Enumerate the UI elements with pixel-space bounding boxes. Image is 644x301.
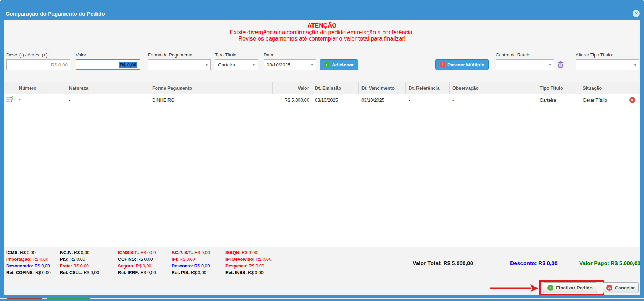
chevron-down-icon: ▾ <box>549 62 551 67</box>
alterar-tipo-titulo-select[interactable]: ▾ <box>576 59 639 70</box>
valor-input[interactable]: R$ 0,00 <box>76 59 140 70</box>
row-observacao-link[interactable]: - <box>452 97 454 103</box>
tipo-titulo-label: Tipo Título: <box>215 52 237 58</box>
dialog-border-bottom <box>0 295 644 298</box>
plus-icon: + <box>324 62 329 67</box>
row-forma-pagamento-link[interactable]: DINHEIRO <box>152 97 175 103</box>
cancel-circle-icon: ✕ <box>606 285 612 291</box>
cancelar-label: Cancelar <box>615 285 635 290</box>
chevron-down-icon: ▾ <box>253 62 255 67</box>
alert-calendar-icon: ! <box>440 62 445 67</box>
data-value: 03/10/2025 <box>267 62 291 67</box>
header-valor: Valor <box>273 82 312 94</box>
row-natureza-link[interactable]: - <box>69 97 70 103</box>
data-label: Data: <box>264 52 274 58</box>
header-dt-referencia: Dt. Referência <box>406 82 450 94</box>
row-actions-cell[interactable] <box>4 94 16 106</box>
tax-fcp-st: F.C.P. S.T.: R$ 0,00 <box>172 249 225 256</box>
header-dt-vencimento: Dt. Vencimento <box>359 82 406 94</box>
chevron-down-icon: ▾ <box>205 62 208 67</box>
desc-acres-input[interactable]: R$ 0,00 <box>6 59 70 70</box>
warning-line-1: Existe divergência na confirmação do ped… <box>4 29 640 35</box>
tax-desonerado: Desonerado: R$ 0,00 <box>6 263 60 270</box>
header-tipo-titulo: Tipo Titulo <box>537 82 580 94</box>
row-tipo-titulo-link[interactable]: Carteira <box>540 97 556 103</box>
table-row: * - DINHEIRO R$ 5.000,00 03/10/2025 03/1… <box>4 94 640 106</box>
cancelar-button[interactable]: ✕ Cancelar <box>603 282 639 293</box>
adicionar-label: Adicionar <box>332 62 354 67</box>
row-valor-link[interactable]: R$ 5.000,00 <box>284 97 309 103</box>
tax-summary: ICMS: R$ 0,00 Importação: R$ 0,00 Desone… <box>6 249 306 276</box>
dialog-title: Comparação do Pagamento do Pedido <box>6 11 105 17</box>
centro-rateio-label: Centro de Rateio: <box>496 52 532 58</box>
header-forma-pagamento: Forma Pagamento <box>149 82 273 94</box>
warning-title: ATENÇÃO <box>4 23 640 29</box>
parecer-multiplo-label: Parecer Múltiplo <box>447 62 484 67</box>
data-select[interactable]: 03/10/2025 ▾ <box>264 59 316 70</box>
annotation-arrow <box>489 284 539 294</box>
header-situacao: Situação <box>580 82 626 94</box>
tax-pis: PIS: R$ 0,00 <box>60 256 118 263</box>
finalizar-pedido-label: Finalizar Pedido <box>556 285 593 290</box>
tax-icms: ICMS: R$ 0,00 <box>6 249 60 256</box>
close-icon[interactable]: ✕ <box>633 10 640 17</box>
header-observacao: Observação <box>450 82 537 94</box>
table-header-row: Número Natureza Forma Pagamento Valor Dt… <box>4 82 640 94</box>
valor-label: Valor: <box>76 52 87 58</box>
tax-importacao: Importação: R$ 0,00 <box>6 256 60 263</box>
payments-table: Número Natureza Forma Pagamento Valor Dt… <box>4 82 640 247</box>
tax-ret-pis: Ret. PIS: R$ 0,00 <box>172 270 225 276</box>
tax-despesas: Despesas: R$ 0,00 <box>225 263 306 270</box>
tax-ret-csll: Ret. CSLL: R$ 0,00 <box>60 270 118 276</box>
desconto-total: Desconto: R$ 0,00 <box>510 260 557 266</box>
row-dt-vencimento-link[interactable]: 03/10/2025 <box>361 97 384 103</box>
tax-icms-st: ICMS S.T.: R$ 0,00 <box>118 249 172 256</box>
tax-ipi: IPI: R$ 0,00 <box>172 256 225 263</box>
tipo-titulo-select[interactable]: Carteira ▾ <box>215 59 258 70</box>
adicionar-button[interactable]: + Adicionar <box>320 59 358 70</box>
warning-line-2: Revise os pagamentos até contemplar o va… <box>4 35 640 42</box>
row-numero-link[interactable]: * <box>19 97 21 103</box>
desc-acres-value: R$ 0,00 <box>51 62 68 67</box>
tax-frete: Frete: R$ 0,00 <box>60 263 118 270</box>
forma-pagamento-label: Forma de Pagamento: <box>148 52 193 58</box>
check-circle-icon: ✓ <box>547 285 553 291</box>
tax-seguro: Seguro: R$ 0,00 <box>118 263 172 270</box>
header-actions <box>4 82 16 94</box>
header-natureza: Natureza <box>66 82 149 94</box>
dialog-border-right <box>640 20 644 298</box>
row-situacao-link[interactable]: Gerar Título <box>583 97 607 103</box>
tax-ret-irrf: Ret. IRRF: R$ 0,00 <box>118 270 172 276</box>
centro-rateio-select[interactable]: ▾ <box>496 59 554 70</box>
tipo-titulo-value: Carteira <box>218 62 235 67</box>
valor-total: Valor Total: R$ 5.000,00 <box>413 260 473 266</box>
dialog-footer: ICMS: R$ 0,00 Importação: R$ 0,00 Desone… <box>4 247 640 295</box>
row-dt-emissao-link[interactable]: 03/10/2025 <box>315 97 338 103</box>
background-page-bar <box>0 299 644 301</box>
trash-icon[interactable] <box>558 61 563 69</box>
finalizar-pedido-button[interactable]: ✓ Finalizar Pedido <box>543 282 597 293</box>
parecer-multiplo-button[interactable]: ! Parecer Múltiplo <box>435 59 489 70</box>
tax-issqn: ISSQN: R$ 0,00 <box>225 249 306 256</box>
chevron-down-icon: ▾ <box>311 62 313 67</box>
checklist-icon <box>6 96 14 104</box>
header-numero: Número <box>16 82 66 94</box>
tax-fcp: F.C.P.: R$ 0,00 <box>60 249 118 256</box>
dialog-border-left <box>0 20 4 298</box>
warning-message: ATENÇÃO Existe divergência na confirmaçã… <box>4 23 640 42</box>
valor-selected-value: R$ 0,00 <box>119 62 137 68</box>
valor-pago-total: Valor Pago: R$ 5.000,00 <box>579 260 640 266</box>
delete-row-icon[interactable]: ✕ <box>629 97 635 103</box>
alterar-tipo-titulo-label: Alterar Tipo Título: <box>576 52 613 58</box>
tax-cofins: COFINS: R$ 0,00 <box>118 256 172 263</box>
tax-ret-inss: Ret. INSS: R$ 0,00 <box>225 270 306 276</box>
tax-ret-cofins: Ret. COFINS: R$ 0,00 <box>6 270 60 276</box>
tax-desconto: Desconto: R$ 0,00 <box>172 263 225 270</box>
dialog-content: ATENÇÃO Existe divergência na confirmaçã… <box>4 20 640 295</box>
chevron-down-icon: ▾ <box>634 62 636 67</box>
desc-acres-label: Desc. (-) / Acrés. (+): <box>6 52 49 58</box>
dialog-titlebar: Comparação do Pagamento do Pedido <box>0 0 644 20</box>
row-dt-referencia-link[interactable]: - <box>409 97 410 103</box>
forma-pagamento-select[interactable]: ▾ <box>148 59 211 70</box>
header-delete <box>626 82 640 94</box>
